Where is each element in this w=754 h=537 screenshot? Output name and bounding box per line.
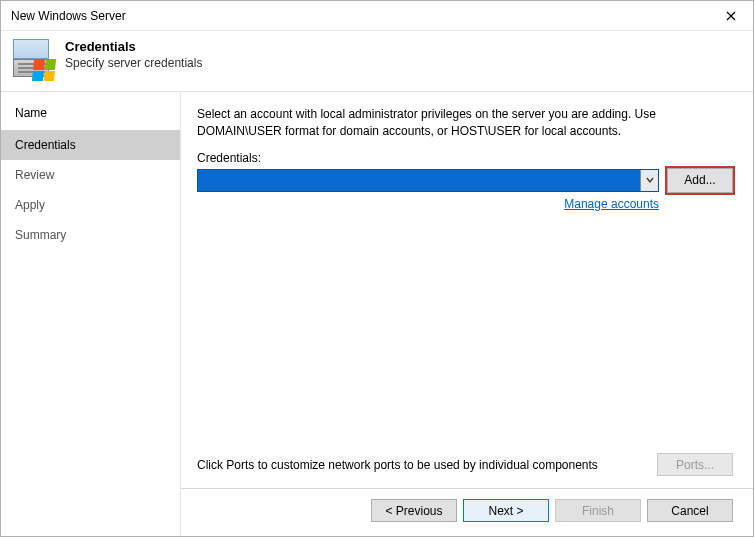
add-button[interactable]: Add... <box>667 168 733 193</box>
previous-button[interactable]: < Previous <box>371 499 457 522</box>
ports-text: Click Ports to customize network ports t… <box>197 458 598 472</box>
manage-accounts-link[interactable]: Manage accounts <box>564 197 659 211</box>
instruction-text: Select an account with local administrat… <box>197 106 733 141</box>
wizard-body: Name Credentials Review Apply Summary Se… <box>1 92 753 536</box>
titlebar: New Windows Server <box>1 1 753 31</box>
sidebar-step-apply[interactable]: Apply <box>1 190 180 220</box>
credentials-dropdown-button[interactable] <box>640 170 658 191</box>
finish-button: Finish <box>555 499 641 522</box>
sidebar-step-credentials[interactable]: Credentials <box>1 130 180 160</box>
next-button[interactable]: Next > <box>463 499 549 522</box>
header-subtitle: Specify server credentials <box>65 56 202 70</box>
server-icon <box>13 39 53 79</box>
header-title: Credentials <box>65 39 202 54</box>
cancel-button[interactable]: Cancel <box>647 499 733 522</box>
windows-logo-icon <box>32 59 56 81</box>
wizard-footer: < Previous Next > Finish Cancel <box>181 488 753 536</box>
sidebar-step-summary[interactable]: Summary <box>1 220 180 250</box>
credentials-value[interactable] <box>198 170 640 191</box>
wizard-window: New Windows Server Credentials Specify s… <box>0 0 754 537</box>
close-button[interactable] <box>708 1 753 31</box>
ports-button: Ports... <box>657 453 733 476</box>
wizard-header: Credentials Specify server credentials <box>1 31 753 92</box>
window-title: New Windows Server <box>11 9 126 23</box>
wizard-main: Select an account with local administrat… <box>181 92 753 536</box>
credentials-label: Credentials: <box>197 151 733 165</box>
sidebar-step-name[interactable]: Name <box>1 98 180 130</box>
close-icon <box>726 11 736 21</box>
sidebar-step-review[interactable]: Review <box>1 160 180 190</box>
credentials-combobox[interactable] <box>197 169 659 192</box>
wizard-sidebar: Name Credentials Review Apply Summary <box>1 92 181 536</box>
chevron-down-icon <box>646 176 654 184</box>
